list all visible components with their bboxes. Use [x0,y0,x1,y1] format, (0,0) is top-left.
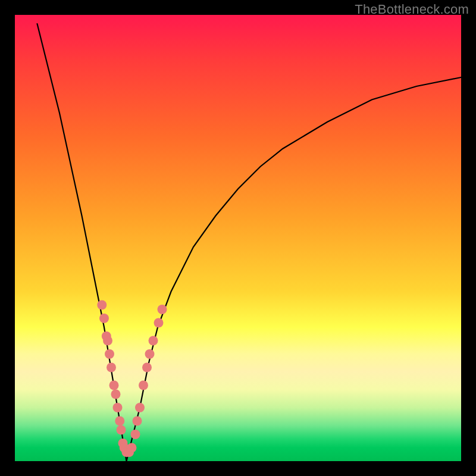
bottleneck-curve [37,24,462,461]
chart-frame: TheBottleneck.com [0,0,476,476]
scatter-dot [105,349,114,359]
scatter-dot [149,336,158,346]
scatter-dot [111,390,121,399]
scatter-dot [97,300,107,310]
scatter-dot [127,443,137,453]
scatter-dot [107,363,116,372]
scatter-dot [154,318,164,328]
scatter-dot [113,403,123,412]
scatter-dot [135,403,145,412]
scatter-dot [115,416,124,426]
chart-svg [15,15,461,461]
scatter-dots-group [97,300,167,458]
scatter-dot [139,381,148,390]
scatter-dot [142,363,152,372]
watermark-text: TheBottleneck.com [355,2,469,17]
scatter-dot [145,349,155,359]
scatter-dot [99,314,109,323]
scatter-dot [133,416,142,426]
chart-plot-area [15,15,461,461]
scatter-dot [158,305,167,314]
scatter-dot [131,430,140,439]
scatter-dot [117,425,126,435]
scatter-dot [109,381,119,390]
scatter-dot [103,336,112,346]
